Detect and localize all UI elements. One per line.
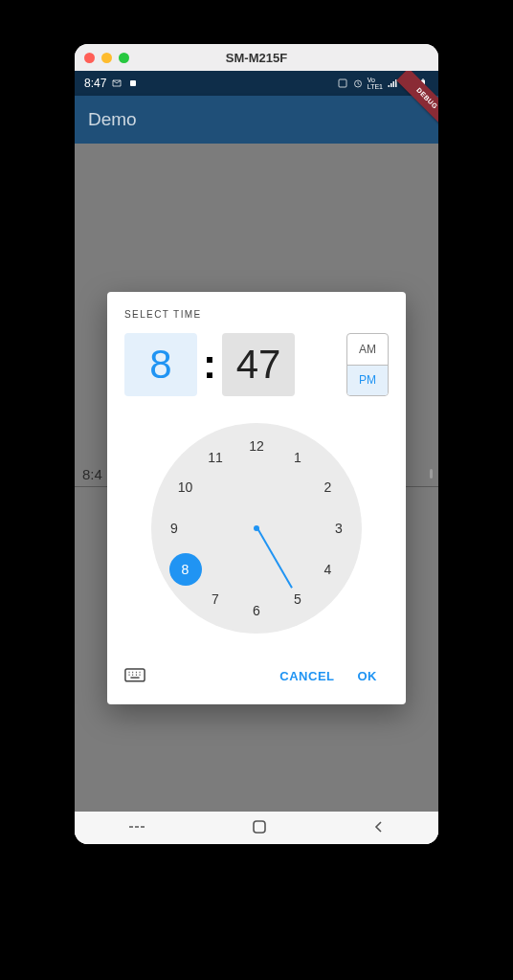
- clock-hand: [256, 528, 293, 589]
- device-simulator-window: SM-M215F 8:47 VoLTE1 De: [75, 44, 438, 844]
- svg-rect-1: [339, 79, 346, 87]
- app-bar: Demo DEBUG: [75, 96, 438, 144]
- window-title: SM-M215F: [75, 51, 438, 65]
- minimize-window-button[interactable]: [101, 53, 112, 63]
- clock-hour-6[interactable]: 6: [253, 603, 260, 618]
- dialog-action-row: Cancel OK: [124, 657, 389, 695]
- clock-selection-thumb[interactable]: 8: [169, 553, 202, 586]
- status-time: 8:47: [84, 77, 106, 90]
- pm-option[interactable]: PM: [347, 365, 388, 396]
- clock-hour-4[interactable]: 4: [324, 562, 332, 577]
- hour-field[interactable]: 8: [124, 333, 197, 396]
- window-controls: [84, 53, 129, 63]
- android-status-bar: 8:47 VoLTE1: [75, 71, 438, 96]
- volte-indicator: VoLTE1: [368, 77, 383, 90]
- android-nav-bar: [75, 812, 438, 844]
- clock-hour-9[interactable]: 9: [170, 521, 178, 536]
- clock-hour-10[interactable]: 10: [178, 479, 193, 495]
- clock-hour-1[interactable]: 1: [294, 450, 301, 465]
- svg-rect-4: [422, 79, 424, 80]
- am-pm-toggle: AM PM: [346, 333, 389, 396]
- ok-button[interactable]: OK: [346, 661, 390, 691]
- zoom-window-button[interactable]: [119, 53, 129, 63]
- notification-dot-icon: [127, 78, 139, 89]
- time-picker-dialog: SELECT TIME 8 : 47 AM PM 121234567891011: [107, 292, 406, 704]
- time-separator: :: [203, 342, 216, 388]
- close-window-button[interactable]: [84, 53, 95, 63]
- cancel-button[interactable]: Cancel: [268, 661, 346, 691]
- dialog-title: SELECT TIME: [124, 309, 389, 320]
- svg-rect-18: [254, 821, 265, 833]
- clock-hour-11[interactable]: 11: [208, 450, 223, 465]
- nfc-icon: [337, 78, 348, 89]
- keyboard-icon[interactable]: [124, 668, 145, 683]
- clock-hour-5[interactable]: 5: [294, 591, 301, 607]
- clock-dial-container: 121234567891011: [124, 423, 389, 634]
- clock-hour-3[interactable]: 3: [335, 521, 343, 536]
- svg-rect-0: [130, 80, 136, 86]
- minute-field[interactable]: 47: [222, 333, 295, 396]
- clock-dial[interactable]: 121234567891011: [151, 423, 362, 634]
- am-option[interactable]: AM: [347, 334, 388, 365]
- gmail-icon: [111, 78, 123, 89]
- app-body: 8:4 SELECT TIME 8 : 47 AM PM 1: [75, 144, 438, 812]
- time-display-row: 8 : 47 AM PM: [124, 333, 389, 396]
- clock-hour-7[interactable]: 7: [212, 591, 219, 607]
- phone-screen: 8:47 VoLTE1 Demo DEBUG: [75, 71, 438, 844]
- window-titlebar: SM-M215F: [75, 44, 438, 71]
- clock-hour-12[interactable]: 12: [249, 438, 264, 454]
- recent-apps-button[interactable]: [127, 820, 146, 835]
- home-button[interactable]: [252, 819, 267, 837]
- clock-hour-2[interactable]: 2: [324, 479, 332, 495]
- svg-rect-5: [125, 669, 145, 681]
- alarm-icon: [352, 78, 364, 89]
- app-title: Demo: [88, 109, 137, 130]
- back-button[interactable]: [372, 820, 386, 836]
